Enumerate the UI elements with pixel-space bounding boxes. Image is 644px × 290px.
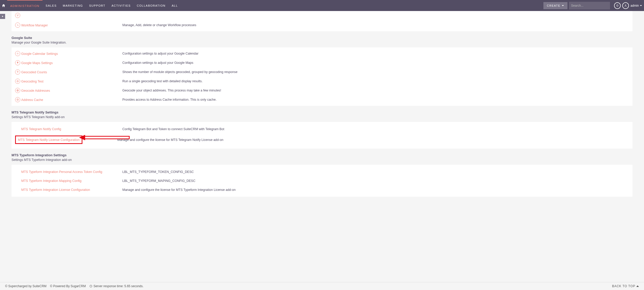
search-input[interactable]	[571, 4, 609, 7]
link-telegram-config[interactable]: MTS Telegram Notify Config	[21, 127, 61, 131]
list-item: Google Maps Settings Configuration setti…	[12, 58, 632, 67]
svg-point-3	[17, 14, 17, 15]
svg-point-9	[17, 81, 18, 81]
highlight-box: MTS Telegram Notify License Configuratio…	[15, 136, 82, 144]
database-icon	[15, 97, 20, 102]
user-name: admin	[630, 4, 639, 7]
list-item	[12, 12, 632, 20]
section-sub: Settings MTS Telegram Notify add-on	[12, 115, 632, 119]
desc: Provides access to Address Cache informa…	[122, 98, 217, 101]
create-label: CREATE	[547, 4, 561, 7]
chevron-up-icon	[636, 285, 639, 287]
footer-server: Server response time: 5.65 seconds.	[93, 284, 143, 288]
section-sub: Manage your Google Suite Integration.	[12, 41, 632, 44]
clock-icon	[89, 285, 92, 288]
svg-point-11	[17, 99, 18, 99]
card-google: Google Calendar Settings Configuration s…	[12, 47, 632, 106]
desc: LBL_MTS_TYPEFORM_TOKEN_CONFIG_DESC	[122, 170, 194, 174]
tab-support[interactable]: SUPPORT	[86, 0, 108, 11]
link-geocoding-test[interactable]: Geocoding Test	[21, 80, 44, 83]
tab-marketing[interactable]: MARKETING	[60, 0, 86, 11]
card-typeform: MTS Typeform Integration Personal Access…	[12, 165, 632, 197]
tab-activities[interactable]: ACTIVITIES	[109, 0, 134, 11]
list-item: Workflow Manager Manage, Add, delete or …	[12, 20, 632, 30]
section-google-suite: Google Suite Manage your Google Suite In…	[12, 31, 632, 47]
desc: LBL_MTS_TYPEFORM_MAPING_CONFIG_DESC	[122, 179, 195, 183]
list-item: MTS Typeform Integration Mapping Config …	[12, 176, 632, 185]
section-sub: Settings MTS Typeform Integration add-on	[12, 158, 632, 162]
tab-collaboration[interactable]: COLLABORATION	[134, 0, 169, 11]
link-telegram-license[interactable]: MTS Telegram Notify License Configuratio…	[18, 138, 80, 142]
tab-all[interactable]: ALL	[169, 0, 181, 11]
pin-icon	[15, 69, 20, 75]
list-item: MTS Typeform Integration Personal Access…	[12, 167, 632, 176]
pin-icon	[15, 60, 20, 65]
list-item: MTS Telegram Notify Config Config Telegr…	[12, 125, 632, 133]
list-item-highlighted: MTS Telegram Notify License Configuratio…	[12, 133, 632, 146]
card-workflow: Workflow Manager Manage, Add, delete or …	[12, 11, 632, 31]
footer: © Supercharged by SuiteCRM © Powered By …	[0, 282, 644, 290]
globe-icon	[15, 88, 20, 93]
desc: Configuration settings to adjust your Go…	[122, 61, 193, 65]
side-expand-tab[interactable]	[0, 14, 5, 19]
desc: Run a single geocoding test with detaile…	[122, 79, 202, 83]
desc: Shows the number of module objects geoco…	[122, 70, 238, 74]
section-title: MTS Telegram Notify Settings	[12, 110, 632, 114]
svg-point-5	[17, 16, 18, 16]
workflow-icon	[15, 13, 20, 18]
target-icon	[15, 79, 20, 84]
list-item: Geocoded Counts Shows the number of modu…	[12, 67, 632, 77]
svg-point-6	[17, 53, 18, 54]
link-workflow-manager[interactable]: Workflow Manager	[21, 24, 48, 27]
workflow-icon	[15, 23, 20, 28]
home-icon[interactable]	[0, 0, 7, 11]
user-avatar-icon[interactable]	[622, 2, 629, 9]
list-item: Google Calendar Settings Configuration s…	[12, 49, 632, 58]
link-geocoded-counts[interactable]: Geocoded Counts	[21, 70, 47, 74]
card-telegram: MTS Telegram Notify Config Config Telegr…	[12, 122, 632, 149]
list-item: Geocoding Test Run a single geocoding te…	[12, 77, 632, 86]
list-item: MTS Typeform Integration License Configu…	[12, 185, 632, 194]
gear-icon	[15, 51, 20, 56]
search-box[interactable]	[569, 2, 610, 9]
back-to-top-label: BACK TO TOP	[612, 284, 635, 288]
link-address-cache[interactable]: Address Cache	[21, 98, 43, 102]
link-typeform-license[interactable]: MTS Typeform Integration License Configu…	[21, 188, 90, 192]
nav-tabs: ADMINISTRATION SALES MARKETING SUPPORT A…	[7, 0, 181, 11]
desc: Configuration settings to adjust your Go…	[122, 52, 198, 55]
top-nav: ADMINISTRATION SALES MARKETING SUPPORT A…	[0, 0, 644, 11]
desc: Manage and configure the license for MTS…	[122, 188, 235, 192]
notifications-icon[interactable]	[614, 2, 621, 9]
user-menu[interactable]: admin	[630, 4, 642, 7]
desc: Manage, Add, delete or change Workflow p…	[122, 23, 196, 27]
desc: Config Telegram Bot and Token to connect…	[122, 127, 224, 131]
list-item: Geocode Addresses Geocode your object ad…	[12, 86, 632, 95]
section-title: Google Suite	[12, 36, 632, 40]
link-geocode-addresses[interactable]: Geocode Addresses	[21, 89, 50, 92]
section-typeform: MTS Typeform Integration Settings Settin…	[12, 149, 632, 165]
chevron-down-icon	[562, 5, 564, 6]
link-typeform-token[interactable]: MTS Typeform Integration Personal Access…	[21, 170, 102, 174]
link-typeform-mapping[interactable]: MTS Typeform Integration Mapping Config	[21, 179, 81, 183]
create-button[interactable]: CREATE	[543, 2, 568, 9]
footer-powered: © Powered By SugarCRM	[50, 284, 86, 288]
tab-administration[interactable]: ADMINISTRATION	[7, 0, 42, 11]
desc: Manage and configure the license for MTS…	[117, 138, 223, 142]
svg-point-2	[625, 5, 626, 6]
link-google-maps[interactable]: Google Maps Settings	[21, 61, 53, 65]
link-google-calendar[interactable]: Google Calendar Settings	[21, 52, 58, 56]
list-item: Address Cache Provides access to Address…	[12, 95, 632, 104]
desc: Geocode your object addreses. This proce…	[122, 89, 221, 92]
section-telegram: MTS Telegram Notify Settings Settings MT…	[12, 106, 632, 122]
svg-point-7	[17, 71, 18, 72]
section-title: MTS Typeform Integration Settings	[12, 153, 632, 157]
footer-supercharged: © Supercharged by SuiteCRM	[5, 284, 47, 288]
back-to-top[interactable]: BACK TO TOP	[612, 284, 639, 288]
page-content: Workflow Manager Manage, Add, delete or …	[0, 11, 644, 282]
chevron-down-icon	[640, 5, 642, 6]
svg-point-4	[18, 14, 18, 15]
tab-sales[interactable]: SALES	[42, 0, 60, 11]
